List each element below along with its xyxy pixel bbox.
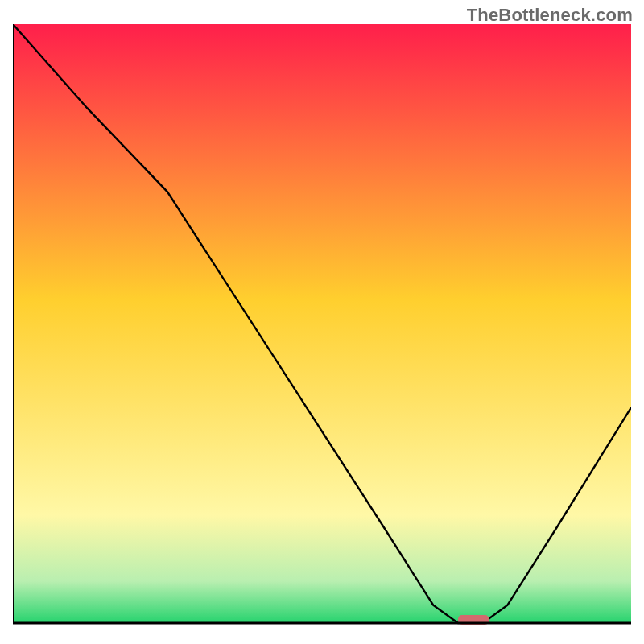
chart-frame: TheBottleneck.com bbox=[0, 0, 644, 644]
bottleneck-chart bbox=[13, 24, 631, 631]
watermark-label: TheBottleneck.com bbox=[467, 5, 633, 26]
plot-background bbox=[13, 24, 631, 623]
